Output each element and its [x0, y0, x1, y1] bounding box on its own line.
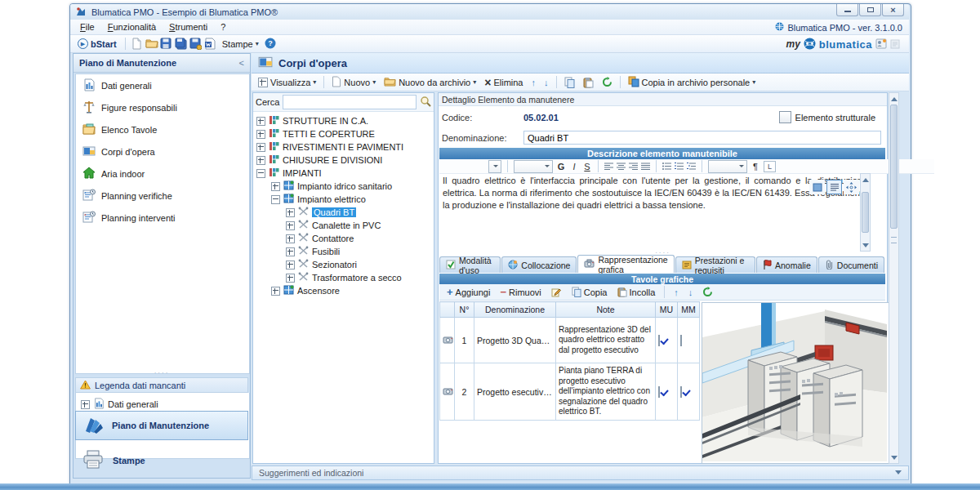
sidebar-item-figure-responsabili[interactable]: Figure responsabili — [76, 96, 249, 118]
search-input[interactable] — [283, 95, 416, 109]
bold-button[interactable]: G — [556, 162, 566, 172]
expand-icon[interactable] — [286, 234, 295, 243]
menu-file[interactable]: File — [74, 20, 101, 33]
layout-button[interactable]: L — [764, 161, 776, 172]
tree-item[interactable]: Fusibili — [253, 245, 434, 258]
table-row[interactable]: 1 Progetto 3D Quadro ele... Rappresentaz… — [440, 318, 700, 363]
tree-item[interactable]: Impianto elettrico — [253, 193, 434, 206]
new-document-icon[interactable] — [131, 38, 143, 50]
tree-item[interactable]: Trasformatore a secco — [253, 271, 434, 284]
sidebar-collapse-icon[interactable]: < — [239, 58, 244, 68]
scrollbar-thumb[interactable] — [862, 192, 869, 233]
pilcrow-button[interactable]: ¶ — [751, 162, 760, 172]
align-right-icon[interactable] — [629, 162, 638, 172]
paste-button[interactable] — [580, 76, 597, 89]
expand-icon[interactable] — [271, 287, 280, 296]
size-dropdown[interactable] — [708, 160, 747, 173]
menu-funzionalita[interactable]: Funzionalità — [101, 20, 163, 33]
collapse-icon[interactable] — [256, 169, 265, 178]
export-document-icon[interactable] — [204, 38, 216, 50]
close-button[interactable]: × — [882, 4, 904, 16]
multilevel-list-icon[interactable] — [687, 162, 696, 172]
stampe-dropdown-button[interactable]: Stampe ▾ — [219, 38, 262, 50]
copia-archivio-button[interactable]: Copia in archivio personale▾ — [625, 75, 760, 90]
tree-item[interactable]: RIVESTIMENTI E PAVIMENTI — [253, 140, 434, 154]
splitter-grip[interactable] — [891, 237, 897, 243]
expand-icon[interactable] — [286, 247, 295, 256]
justify-view-icon[interactable] — [826, 180, 842, 194]
expand-icon[interactable] — [256, 117, 265, 126]
save-icon[interactable] — [160, 38, 172, 50]
bstart-button[interactable]: ▶ bStart — [74, 38, 120, 50]
col-denominazione[interactable]: Denominazione — [474, 302, 556, 318]
copy-button[interactable] — [561, 76, 578, 89]
font-dropdown[interactable] — [514, 160, 553, 173]
move-down-button[interactable]: ↓ — [541, 77, 552, 88]
copia-button[interactable]: Copia — [568, 286, 611, 298]
expand-icon[interactable] — [286, 261, 295, 270]
title-bar[interactable]: Blumatica PMO - Esempio di Blumatica PMO… — [70, 4, 909, 20]
status-bar[interactable]: Suggerimenti ed indicazioni — [252, 466, 909, 480]
col-mu[interactable]: MU — [656, 302, 678, 318]
nav-stampe[interactable]: Stampe — [75, 445, 248, 476]
col-numero[interactable]: N° — [455, 302, 474, 318]
refresh-button[interactable] — [599, 76, 616, 88]
help-icon[interactable]: ? — [265, 38, 277, 50]
expand-icon[interactable] — [271, 182, 280, 191]
tree-item[interactable]: TETTI E COPERTURE — [253, 127, 434, 140]
style-dropdown[interactable] — [488, 160, 501, 173]
preview-image[interactable] — [702, 302, 889, 464]
description-scrollbar[interactable] — [860, 173, 871, 252]
incolla-button[interactable]: Incolla — [614, 286, 659, 298]
sidebar-item-aria-indoor[interactable]: Aria indoor — [76, 163, 249, 185]
scroll-up-icon[interactable] — [889, 93, 898, 104]
save-all-icon[interactable] — [175, 38, 187, 50]
menu-help[interactable]: ? — [214, 20, 232, 33]
mm-checkbox[interactable] — [680, 335, 682, 346]
col-mm[interactable]: MM — [678, 302, 700, 318]
tree-item[interactable]: Contattore — [253, 232, 434, 245]
move-up-button[interactable]: ↑ — [528, 77, 540, 88]
status-chevron-icon[interactable] — [895, 470, 902, 478]
detail-scrollbar[interactable] — [889, 92, 899, 464]
tree-item[interactable]: Canalette in PVC — [253, 219, 434, 232]
elemento-strutturale-checkbox[interactable] — [779, 111, 791, 123]
mu-checkbox[interactable] — [658, 386, 660, 398]
align-center-icon[interactable] — [617, 162, 626, 172]
tab-collocazione[interactable]: Collocazione — [501, 256, 577, 273]
expand-icon[interactable] — [81, 400, 90, 409]
tab-modalita-duso[interactable]: Modalità d'uso — [439, 256, 501, 273]
visualizza-button[interactable]: Visualizza▾ — [255, 77, 319, 88]
scroll-down-icon[interactable] — [861, 240, 870, 251]
row-down-button[interactable]: ↓ — [685, 287, 697, 298]
expand-icon[interactable] — [256, 156, 265, 165]
scroll-down-icon[interactable] — [889, 452, 898, 463]
sidebar-item-corpi-dopera[interactable]: Corpi d'opera — [76, 140, 249, 163]
sidebar-item-elenco-tavole[interactable]: Elenco Tavole — [76, 118, 249, 140]
search-icon[interactable] — [420, 96, 431, 109]
expand-icon[interactable] — [286, 208, 295, 217]
tree-item[interactable]: Ascensore — [253, 284, 434, 297]
tab-prestazioni-e-requisiti[interactable]: Prestazioni e requisiti — [675, 256, 755, 273]
tree-item[interactable]: Impianto idrico sanitario — [253, 180, 434, 193]
tree-item[interactable]: CHIUSURE E DIVISIONI — [253, 154, 434, 167]
tab-documenti[interactable]: Documenti — [818, 256, 884, 273]
sidebar-item-planning-interventi[interactable]: Planning interventi — [76, 207, 249, 229]
pan-move-icon[interactable] — [844, 180, 859, 194]
nuovo-button[interactable]: Nuovo▾ — [328, 75, 379, 90]
italic-button[interactable]: I — [569, 162, 579, 172]
nuovo-da-archivio-button[interactable]: Nuovo da archivio▾ — [381, 75, 479, 89]
scrollbar-thumb[interactable] — [890, 105, 898, 229]
maximize-button[interactable] — [859, 4, 881, 16]
tab-anomalie[interactable]: Anomalie — [756, 256, 817, 273]
aggiungi-button[interactable]: +Aggiungi — [443, 286, 493, 298]
expand-icon[interactable] — [256, 143, 265, 152]
mu-checkbox[interactable] — [658, 335, 660, 346]
row-up-button[interactable]: ↑ — [670, 287, 682, 298]
tab-rappresentazione-grafica[interactable]: Rappresentazione grafica — [577, 255, 674, 273]
page-view-icon[interactable] — [809, 180, 825, 194]
tree-item[interactable]: IMPIANTI — [253, 167, 434, 180]
elimina-button[interactable]: × Elimina — [481, 76, 526, 89]
tree-item[interactable]: STRUTTURE IN C.A. — [253, 114, 434, 127]
descrizione-text[interactable]: Il quadro elettrico è l'interfaccia prin… — [443, 175, 867, 212]
